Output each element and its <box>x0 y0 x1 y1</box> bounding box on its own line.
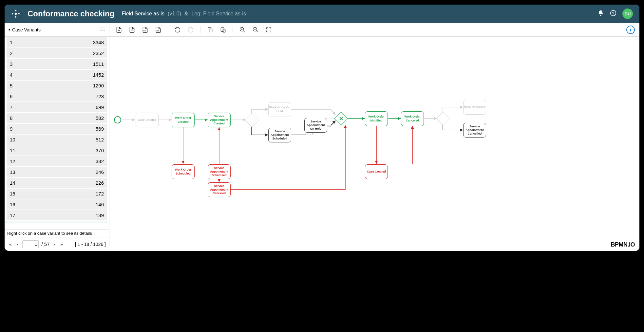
svg-point-3 <box>12 13 13 14</box>
export-img-icon[interactable] <box>127 25 137 35</box>
svg-point-4 <box>18 13 20 14</box>
breadcrumb: Field Service as-is (v1.0) & Log: Field … <box>122 11 246 17</box>
variant-row[interactable]: 51290 <box>7 81 107 91</box>
variant-row[interactable]: 8582 <box>7 113 107 123</box>
diagram-toolbar: SVG XML i <box>109 23 639 37</box>
variant-row[interactable]: 17139 <box>7 210 107 220</box>
variant-row[interactable]: 15172 <box>7 189 107 199</box>
dev-sa-canceled[interactable]: Service Appointment Canceled <box>208 182 231 197</box>
variant-row[interactable]: 13246 <box>7 167 107 177</box>
variant-row[interactable]: 7699 <box>7 102 107 112</box>
task-sa-onhold[interactable]: Service Appointment On Hold <box>304 118 327 133</box>
pager: « ‹ / 57 › » [ 1 - 18 / 1026 ] <box>5 237 109 251</box>
svg-text:SVG: SVG <box>143 30 147 32</box>
variant-row[interactable]: 11370 <box>7 145 107 156</box>
bpmn-canvas[interactable]: Case Created Work Order Created Service … <box>109 37 639 251</box>
task-wo-canceled[interactable]: Work Order Canceled <box>401 111 424 126</box>
task-wo-modified[interactable]: Work Order Modified <box>365 111 388 126</box>
variant-row[interactable]: 22352 <box>7 48 107 58</box>
variant-row[interactable]: 31511 <box>7 59 107 69</box>
prev-page-button[interactable]: ‹ <box>16 240 20 248</box>
dev-case-created[interactable]: Case Created <box>365 164 388 179</box>
page-input[interactable] <box>22 240 39 248</box>
sort-icon[interactable] <box>100 27 105 33</box>
variant-row[interactable]: 10512 <box>7 135 107 145</box>
undo-icon[interactable] <box>173 25 182 35</box>
task-case-created[interactable]: Case Created <box>136 113 159 127</box>
info-icon[interactable]: i <box>626 26 635 34</box>
variant-row[interactable]: 12332 <box>7 156 107 166</box>
svg-rect-10 <box>221 28 224 31</box>
task-sa-created[interactable]: Service Appointment Created <box>208 113 231 127</box>
variant-row[interactable]: 14226 <box>7 178 107 188</box>
start-event[interactable] <box>114 116 121 123</box>
bell-icon[interactable] <box>597 10 604 18</box>
next-page-button[interactable]: › <box>52 240 57 248</box>
first-page-button[interactable]: « <box>8 240 13 248</box>
task-sa-cancelled[interactable]: Service Appointment Cancelled <box>463 123 486 138</box>
gateway-split-2[interactable] <box>436 112 450 125</box>
task-sa-scheduled[interactable]: Service Appointment Scheduled <box>268 128 291 142</box>
variant-row[interactable]: 13348 <box>7 37 107 47</box>
logo-icon <box>11 9 20 18</box>
variant-row[interactable]: 6723 <box>7 91 107 101</box>
dev-wo-scheduled[interactable]: Work Order Scheduled <box>172 164 195 179</box>
model-version: (v1.0) <box>168 11 181 17</box>
app-header: Conformance checking Field Service as-is… <box>5 5 639 23</box>
bpmn-io-attribution: BPMN.iO <box>611 241 635 248</box>
export-pdf-icon[interactable] <box>114 25 124 35</box>
log-label: Log: Field Service as-is <box>192 11 246 17</box>
page-range: [ 1 - 18 / 1026 ] <box>75 242 106 247</box>
zoom-out-icon[interactable] <box>251 25 260 35</box>
last-page-button[interactable]: » <box>59 240 64 248</box>
variant-row[interactable]: 18118 <box>7 221 107 223</box>
help-icon[interactable]: ? <box>610 10 616 18</box>
variant-row[interactable]: 41452 <box>7 70 107 80</box>
gateway-split-1[interactable] <box>245 113 259 127</box>
app-title: Conformance checking <box>28 9 114 18</box>
svg-rect-9 <box>209 29 212 32</box>
model-name: Field Service as-is <box>122 11 164 17</box>
task-work-order-created[interactable]: Work Order Created <box>172 113 195 127</box>
hint-text: Right click on a case variant to see its… <box>5 229 109 237</box>
task-case-cancelled[interactable]: Case Cancelled <box>463 100 486 115</box>
variant-row[interactable]: 9569 <box>7 124 107 134</box>
variant-row[interactable]: 16146 <box>7 199 107 210</box>
svg-point-1 <box>15 10 16 11</box>
gateway-xor[interactable]: ✕ <box>334 112 348 125</box>
svg-text:?: ? <box>612 11 614 15</box>
zoom-in-icon[interactable] <box>237 25 247 35</box>
paste-icon[interactable] <box>218 25 228 35</box>
export-xml-icon[interactable]: XML <box>153 25 163 35</box>
case-variants-panel: Case Variants 13348223523151141452512906… <box>5 23 109 251</box>
dev-sa-scheduled[interactable]: Service Appointment Scheduled <box>208 164 231 179</box>
svg-text:XML: XML <box>156 30 160 32</box>
panel-title-toggle[interactable]: Case Variants <box>9 27 41 32</box>
export-svg-icon[interactable]: SVG <box>140 25 150 35</box>
task-wo-onhold[interactable]: Work Order On Hold <box>268 102 291 117</box>
svg-point-0 <box>15 13 17 15</box>
user-avatar[interactable]: DU <box>622 9 633 19</box>
fullscreen-icon[interactable] <box>264 25 274 35</box>
svg-point-2 <box>15 16 16 18</box>
redo-icon[interactable] <box>186 25 196 35</box>
copy-icon[interactable] <box>205 25 215 35</box>
